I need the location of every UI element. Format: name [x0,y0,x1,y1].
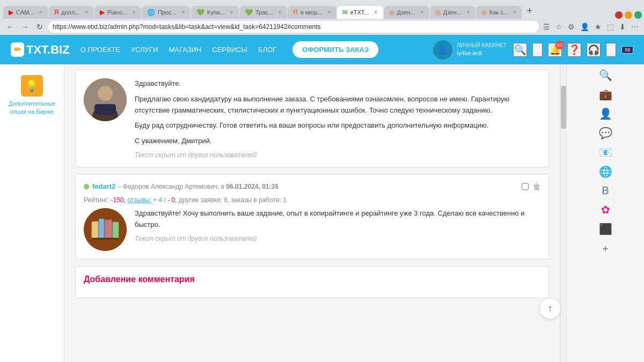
comment-meta-2: - Федоров Александр Артемович, в 06.01.2… [119,183,278,190]
favorites-icon[interactable]: ★ [594,21,603,32]
tab-close-icon[interactable]: × [278,9,282,16]
tab-piano[interactable]: ▶ Piano... × [94,6,141,19]
read-mode-icon[interactable]: ☰ [542,21,551,32]
yandex-icon[interactable]: 🌐 [599,165,612,178]
tab-label: CAM... [16,9,34,16]
briefcase-icon[interactable]: 💼 [599,88,612,101]
plus-icon[interactable]: ＋ [601,242,610,255]
tab-kak[interactable]: ◎ Как з... × [476,6,522,19]
tab-label: еТХТ... [350,9,369,16]
site-logo[interactable]: ✏ TXT.BIZ [11,42,70,57]
tab-close-icon[interactable]: × [39,9,43,16]
comment-delete-icon[interactable]: 🗑 [533,182,540,191]
tab-kupi[interactable]: 💚 Купи... × [191,6,239,19]
new-tab-button[interactable]: + [522,3,537,19]
svg-rect-5 [92,221,98,239]
svg-rect-8 [113,222,119,239]
comment-checkbox-2[interactable] [522,182,529,191]
tab-dzen2[interactable]: ◎ Дзен... × [430,6,475,19]
scrollbar-thumb[interactable] [561,86,566,129]
main-navigation: О ПРОЕКТЕ УСЛУГИ МАГАЗИН СЕРВИСЫ БЛОГ [80,46,276,54]
tab-label: Прос... [158,9,177,16]
address-input[interactable] [48,21,539,33]
header-right: 👤 ЛИЧНЫЙ КАБИНЕТ ly4ke-ledl 🔍 ✉ 🔔 63 ❓ 🎧… [433,40,633,60]
collections-icon[interactable]: ⬚ [606,21,615,32]
comment-actions-2: 🗑 [522,182,540,191]
avatar-dmitry [84,78,127,121]
extensions-icon[interactable]: ⚙ [567,21,576,32]
comment-main-text-1: Предлагаю свою кандидатуру на выполнение… [135,94,540,116]
right-panel: 🔍 💼 👤 💬 📧 🌐 В ✿ ⬛ ＋ [566,64,644,362]
user-text: ЛИЧНЫЙ КАБИНЕТ ly4ke-ledl [457,42,507,57]
tab-dzen1[interactable]: ◎ Дзен... × [384,6,429,19]
flower-icon[interactable]: ✿ [601,203,610,216]
nav-about[interactable]: О ПРОЕКТЕ [80,46,120,54]
tab-close-icon[interactable]: × [420,9,424,16]
nav-shop[interactable]: МАГАЗИН [169,46,201,54]
window-maximize-button[interactable] [634,11,642,19]
comment-main-text-2: Здравствуйте! Хочу выполнить ваше задани… [135,208,540,231]
nav-blog[interactable]: БЛОГ [258,46,276,54]
comment-body-1: Здравствуйте. Предлагаю свою кандидатуру… [84,78,540,159]
comment-hidden-2: Текст скрыт от других пользователей [135,235,540,242]
tab-close-icon[interactable]: × [230,9,233,16]
tab-close-icon[interactable]: × [374,9,378,16]
tab-label: Дзен... [397,9,415,16]
help-icon[interactable]: ❓ [567,43,581,57]
sidebar-link[interactable]: Дополнительные опции на Бирже [5,100,58,116]
tab-tras[interactable]: 💚 Трас... × [239,6,287,19]
outlook-icon[interactable]: 📧 [599,146,612,159]
main-content: Здравствуйте. Предлагаю свою кандидатуру… [64,64,560,362]
notifications-icon[interactable]: 🔔 63 [548,43,562,57]
tab-close-icon[interactable]: × [132,9,136,16]
tab-close-icon[interactable]: × [327,9,331,16]
refresh-button[interactable]: ↻ [34,21,45,32]
green-icon[interactable]: ⬛ [599,223,612,235]
tab-etxt[interactable]: ✉ еТХТ... × [337,6,383,19]
tab-close-icon[interactable]: × [466,9,470,16]
search-sidebar-icon[interactable]: 🔍 [599,69,612,82]
bookmark-icon[interactable]: ☆ [554,21,564,32]
nav-services[interactable]: УСЛУГИ [131,46,158,54]
order-button[interactable]: ОФОРМИТЬ ЗАКАЗ [292,41,378,58]
chat-icon[interactable]: 💬 [599,127,612,139]
status-dot-2 [84,184,89,189]
comment-header-2: fedart2 - Федоров Александр Артемович, в… [84,182,540,191]
scrollbar[interactable] [560,64,566,362]
comment-text2-1: Буду рад сотрудничеству. Готов ответить … [135,120,540,131]
nav-servisy[interactable]: СЕРВИСЫ [212,46,247,54]
reviews-link[interactable]: отзывы: [127,196,151,204]
tab-yakvor[interactable]: Я я квор... × [288,6,336,19]
notification-badge: 63 [555,41,564,49]
tab-label: долл... [61,9,79,16]
comment-text-block-1: Здравствуйте. Предлагаю свою кандидатуру… [135,78,540,159]
tab-dollar[interactable]: Я долл... × [49,6,94,19]
profile-icon[interactable]: 👤 [579,21,590,32]
vk-icon[interactable]: В [602,184,609,197]
tab-label: Трас... [255,9,273,16]
comment-username-2[interactable]: fedart2 [92,182,115,190]
support-icon[interactable]: 🎧 [587,43,601,57]
window-close-button[interactable] [615,11,623,19]
avatar-fedart [84,208,127,251]
back-button[interactable]: ← [4,21,16,32]
search-icon[interactable]: 🔍 [513,43,527,57]
language-flag[interactable]: 🇬🇧 [621,46,633,54]
messages-icon[interactable]: ✉ [532,43,543,57]
download-icon[interactable]: ⬇ [618,21,627,32]
tab-pros[interactable]: 🌐 Прос... × [142,6,191,19]
lightbulb-icon: 💡 [21,75,43,97]
tab-close-icon[interactable]: × [181,9,185,16]
comment-body-2: Здравствуйте! Хочу выполнить ваше задани… [84,208,540,251]
tab-close-icon[interactable]: × [85,9,89,16]
person-icon[interactable]: 👤 [599,107,612,120]
scroll-top-button[interactable]: ↑ [539,298,561,319]
window-minimize-button[interactable] [625,11,632,19]
tab-close-icon[interactable]: × [513,9,516,16]
more-tools-icon[interactable]: ⋯ [630,21,640,32]
grid-icon[interactable]: ⊞ [606,43,616,57]
svg-rect-6 [99,219,104,239]
forward-button[interactable]: → [19,21,31,32]
tab-cam[interactable]: ▶ CAM... × [3,6,48,19]
tab-label: Как з... [489,9,508,16]
